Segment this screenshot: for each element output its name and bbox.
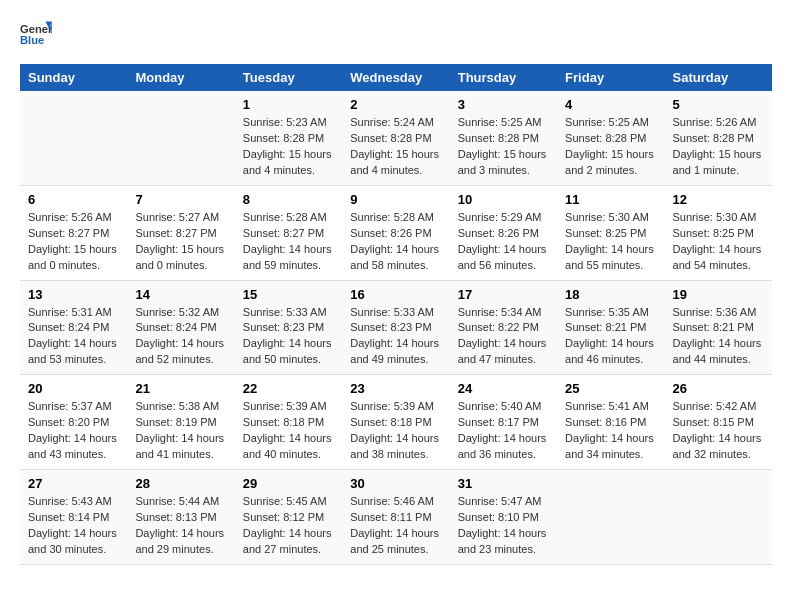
calendar-cell: 31Sunrise: 5:47 AM Sunset: 8:10 PM Dayli…	[450, 470, 557, 565]
calendar-cell: 30Sunrise: 5:46 AM Sunset: 8:11 PM Dayli…	[342, 470, 449, 565]
calendar-cell: 13Sunrise: 5:31 AM Sunset: 8:24 PM Dayli…	[20, 280, 127, 375]
day-info: Sunrise: 5:39 AM Sunset: 8:18 PM Dayligh…	[243, 399, 334, 463]
column-header-tuesday: Tuesday	[235, 64, 342, 91]
calendar-cell: 14Sunrise: 5:32 AM Sunset: 8:24 PM Dayli…	[127, 280, 234, 375]
svg-text:Blue: Blue	[20, 34, 44, 46]
day-info: Sunrise: 5:33 AM Sunset: 8:23 PM Dayligh…	[350, 305, 441, 369]
day-info: Sunrise: 5:46 AM Sunset: 8:11 PM Dayligh…	[350, 494, 441, 558]
day-number: 20	[28, 381, 119, 396]
day-number: 22	[243, 381, 334, 396]
day-number: 14	[135, 287, 226, 302]
day-info: Sunrise: 5:31 AM Sunset: 8:24 PM Dayligh…	[28, 305, 119, 369]
day-number: 28	[135, 476, 226, 491]
week-row-3: 13Sunrise: 5:31 AM Sunset: 8:24 PM Dayli…	[20, 280, 772, 375]
calendar-cell	[127, 91, 234, 185]
day-info: Sunrise: 5:30 AM Sunset: 8:25 PM Dayligh…	[673, 210, 764, 274]
calendar-cell: 24Sunrise: 5:40 AM Sunset: 8:17 PM Dayli…	[450, 375, 557, 470]
calendar-cell: 15Sunrise: 5:33 AM Sunset: 8:23 PM Dayli…	[235, 280, 342, 375]
calendar-cell: 22Sunrise: 5:39 AM Sunset: 8:18 PM Dayli…	[235, 375, 342, 470]
calendar-cell: 25Sunrise: 5:41 AM Sunset: 8:16 PM Dayli…	[557, 375, 664, 470]
day-number: 3	[458, 97, 549, 112]
calendar-cell	[20, 91, 127, 185]
day-number: 7	[135, 192, 226, 207]
logo: General Blue	[20, 20, 52, 48]
day-info: Sunrise: 5:39 AM Sunset: 8:18 PM Dayligh…	[350, 399, 441, 463]
day-info: Sunrise: 5:25 AM Sunset: 8:28 PM Dayligh…	[565, 115, 656, 179]
calendar-cell: 4Sunrise: 5:25 AM Sunset: 8:28 PM Daylig…	[557, 91, 664, 185]
day-info: Sunrise: 5:45 AM Sunset: 8:12 PM Dayligh…	[243, 494, 334, 558]
day-number: 29	[243, 476, 334, 491]
column-header-monday: Monday	[127, 64, 234, 91]
day-number: 23	[350, 381, 441, 396]
calendar-cell: 29Sunrise: 5:45 AM Sunset: 8:12 PM Dayli…	[235, 470, 342, 565]
day-number: 12	[673, 192, 764, 207]
header-row: SundayMondayTuesdayWednesdayThursdayFrid…	[20, 64, 772, 91]
column-header-thursday: Thursday	[450, 64, 557, 91]
column-header-wednesday: Wednesday	[342, 64, 449, 91]
day-info: Sunrise: 5:37 AM Sunset: 8:20 PM Dayligh…	[28, 399, 119, 463]
day-number: 19	[673, 287, 764, 302]
page-header: General Blue	[20, 20, 772, 48]
calendar-cell: 3Sunrise: 5:25 AM Sunset: 8:28 PM Daylig…	[450, 91, 557, 185]
day-number: 17	[458, 287, 549, 302]
day-number: 9	[350, 192, 441, 207]
calendar-cell: 8Sunrise: 5:28 AM Sunset: 8:27 PM Daylig…	[235, 185, 342, 280]
day-info: Sunrise: 5:24 AM Sunset: 8:28 PM Dayligh…	[350, 115, 441, 179]
calendar-cell: 18Sunrise: 5:35 AM Sunset: 8:21 PM Dayli…	[557, 280, 664, 375]
day-info: Sunrise: 5:38 AM Sunset: 8:19 PM Dayligh…	[135, 399, 226, 463]
day-info: Sunrise: 5:27 AM Sunset: 8:27 PM Dayligh…	[135, 210, 226, 274]
day-number: 2	[350, 97, 441, 112]
day-number: 11	[565, 192, 656, 207]
day-info: Sunrise: 5:40 AM Sunset: 8:17 PM Dayligh…	[458, 399, 549, 463]
day-number: 18	[565, 287, 656, 302]
day-info: Sunrise: 5:25 AM Sunset: 8:28 PM Dayligh…	[458, 115, 549, 179]
calendar-header: SundayMondayTuesdayWednesdayThursdayFrid…	[20, 64, 772, 91]
day-number: 25	[565, 381, 656, 396]
day-info: Sunrise: 5:26 AM Sunset: 8:27 PM Dayligh…	[28, 210, 119, 274]
calendar-cell: 7Sunrise: 5:27 AM Sunset: 8:27 PM Daylig…	[127, 185, 234, 280]
calendar-cell: 17Sunrise: 5:34 AM Sunset: 8:22 PM Dayli…	[450, 280, 557, 375]
calendar-cell: 11Sunrise: 5:30 AM Sunset: 8:25 PM Dayli…	[557, 185, 664, 280]
column-header-saturday: Saturday	[665, 64, 772, 91]
day-info: Sunrise: 5:34 AM Sunset: 8:22 PM Dayligh…	[458, 305, 549, 369]
day-number: 6	[28, 192, 119, 207]
calendar-cell: 19Sunrise: 5:36 AM Sunset: 8:21 PM Dayli…	[665, 280, 772, 375]
calendar-cell: 23Sunrise: 5:39 AM Sunset: 8:18 PM Dayli…	[342, 375, 449, 470]
calendar-cell: 12Sunrise: 5:30 AM Sunset: 8:25 PM Dayli…	[665, 185, 772, 280]
day-info: Sunrise: 5:33 AM Sunset: 8:23 PM Dayligh…	[243, 305, 334, 369]
day-number: 31	[458, 476, 549, 491]
calendar-cell: 26Sunrise: 5:42 AM Sunset: 8:15 PM Dayli…	[665, 375, 772, 470]
day-info: Sunrise: 5:44 AM Sunset: 8:13 PM Dayligh…	[135, 494, 226, 558]
day-info: Sunrise: 5:42 AM Sunset: 8:15 PM Dayligh…	[673, 399, 764, 463]
day-info: Sunrise: 5:23 AM Sunset: 8:28 PM Dayligh…	[243, 115, 334, 179]
day-number: 24	[458, 381, 549, 396]
day-info: Sunrise: 5:41 AM Sunset: 8:16 PM Dayligh…	[565, 399, 656, 463]
day-number: 16	[350, 287, 441, 302]
day-info: Sunrise: 5:29 AM Sunset: 8:26 PM Dayligh…	[458, 210, 549, 274]
day-info: Sunrise: 5:35 AM Sunset: 8:21 PM Dayligh…	[565, 305, 656, 369]
day-number: 10	[458, 192, 549, 207]
day-number: 27	[28, 476, 119, 491]
day-number: 15	[243, 287, 334, 302]
calendar-cell: 10Sunrise: 5:29 AM Sunset: 8:26 PM Dayli…	[450, 185, 557, 280]
day-number: 8	[243, 192, 334, 207]
day-info: Sunrise: 5:36 AM Sunset: 8:21 PM Dayligh…	[673, 305, 764, 369]
day-info: Sunrise: 5:28 AM Sunset: 8:26 PM Dayligh…	[350, 210, 441, 274]
calendar-cell: 28Sunrise: 5:44 AM Sunset: 8:13 PM Dayli…	[127, 470, 234, 565]
week-row-5: 27Sunrise: 5:43 AM Sunset: 8:14 PM Dayli…	[20, 470, 772, 565]
day-info: Sunrise: 5:43 AM Sunset: 8:14 PM Dayligh…	[28, 494, 119, 558]
calendar-cell	[557, 470, 664, 565]
calendar-table: SundayMondayTuesdayWednesdayThursdayFrid…	[20, 64, 772, 565]
week-row-2: 6Sunrise: 5:26 AM Sunset: 8:27 PM Daylig…	[20, 185, 772, 280]
day-info: Sunrise: 5:32 AM Sunset: 8:24 PM Dayligh…	[135, 305, 226, 369]
calendar-cell: 20Sunrise: 5:37 AM Sunset: 8:20 PM Dayli…	[20, 375, 127, 470]
day-info: Sunrise: 5:26 AM Sunset: 8:28 PM Dayligh…	[673, 115, 764, 179]
week-row-1: 1Sunrise: 5:23 AM Sunset: 8:28 PM Daylig…	[20, 91, 772, 185]
day-number: 13	[28, 287, 119, 302]
logo-icon: General Blue	[20, 20, 52, 48]
column-header-friday: Friday	[557, 64, 664, 91]
calendar-cell: 9Sunrise: 5:28 AM Sunset: 8:26 PM Daylig…	[342, 185, 449, 280]
day-number: 1	[243, 97, 334, 112]
calendar-cell: 6Sunrise: 5:26 AM Sunset: 8:27 PM Daylig…	[20, 185, 127, 280]
calendar-cell	[665, 470, 772, 565]
